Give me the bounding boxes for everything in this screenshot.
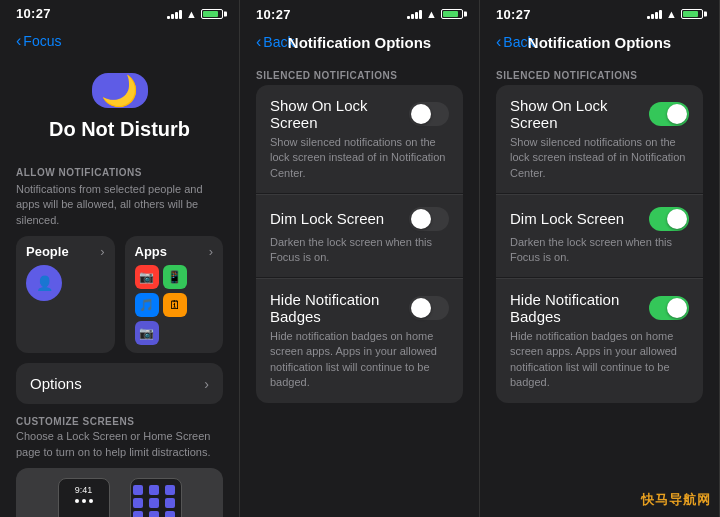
back-label-1: Focus [23, 33, 61, 49]
battery-icon-3 [681, 9, 703, 19]
app-icon-5: 📷 [135, 321, 159, 345]
toggle-row-2-3: Dim Lock Screen [510, 207, 689, 231]
back-chevron-1: ‹ [16, 33, 21, 49]
back-chevron-2: ‹ [256, 34, 261, 50]
phone-mock-lockscreen: 9:41 [58, 478, 110, 517]
toggle-desc-1-3: Show silenced notifications on the lock … [510, 135, 689, 181]
time-2: 10:27 [256, 7, 291, 22]
toggle-row-1-2: Show On Lock Screen [270, 97, 449, 131]
dnd-icon: 🌙 [92, 73, 148, 108]
signal-icon-2 [407, 9, 422, 19]
people-chevron: › [100, 244, 104, 259]
battery-icon-2 [441, 9, 463, 19]
toggle-name-3-2: Hide Notification Badges [270, 291, 409, 325]
toggle-desc-2-3: Darken the lock screen when this Focus i… [510, 235, 689, 266]
toggle-row-1-3: Show On Lock Screen [510, 97, 689, 131]
silenced-label-2: SILENCED NOTIFICATIONS [240, 62, 479, 85]
status-icons-2: ▲ [407, 8, 463, 20]
toggle-row-2-2: Dim Lock Screen [270, 207, 449, 231]
toggle-name-2-3: Dim Lock Screen [510, 210, 624, 227]
panel-notif-2: 10:27 ▲ ‹ Back Notification Options SILE… [480, 0, 720, 517]
customize-label: CUSTOMIZE SCREENS [0, 416, 239, 427]
toggle-switch-2-2[interactable] [409, 207, 449, 231]
apps-icons-row: 📷 📱 🎵 🗓 📷 [135, 265, 214, 345]
time-3: 10:27 [496, 7, 531, 22]
toggle-name-3-3: Hide Notification Badges [510, 291, 649, 325]
app-icon-3: 🎵 [135, 293, 159, 317]
panel-focus: 10:27 ▲ ‹ Focus 🌙 Do Not Disturb ALLOW N… [0, 0, 240, 517]
apps-box-header: Apps › [135, 244, 214, 259]
screen-mock-1: 9:41 Choose [58, 478, 110, 517]
toggle-name-2-2: Dim Lock Screen [270, 210, 384, 227]
wifi-icon-2: ▲ [426, 8, 437, 20]
toggle-item-badges-3: Hide Notification Badges Hide notificati… [496, 279, 703, 403]
screens-preview: 9:41 Choose [16, 468, 223, 517]
toggle-desc-1-2: Show silenced notifications on the lock … [270, 135, 449, 181]
toggle-name-1-2: Show On Lock Screen [270, 97, 409, 131]
app-icon-4: 🗓 [163, 293, 187, 317]
dnd-title: Do Not Disturb [0, 118, 239, 141]
back-button-1[interactable]: ‹ Focus [16, 33, 61, 49]
mock-dots [63, 499, 105, 503]
phone-mock-homescreen [130, 478, 182, 517]
person-avatar: 👤 [26, 265, 62, 301]
people-box[interactable]: People › 👤 [16, 236, 115, 353]
toggle-row-3-2: Hide Notification Badges [270, 291, 449, 325]
wifi-icon-1: ▲ [186, 8, 197, 20]
watermark: 快马导航网 [641, 491, 711, 509]
screen-mock-2: Choose [130, 478, 182, 517]
toggle-item-badges-2: Hide Notification Badges Hide notificati… [256, 279, 463, 403]
signal-icon-1 [167, 9, 182, 19]
allow-section-desc: Notifications from selected people and a… [0, 182, 239, 228]
status-icons-1: ▲ [167, 8, 223, 20]
people-label: People [26, 244, 69, 259]
toggle-row-3-3: Hide Notification Badges [510, 291, 689, 325]
toggle-switch-3-3[interactable] [649, 296, 689, 320]
toggle-item-dim-3: Dim Lock Screen Darken the lock screen w… [496, 195, 703, 278]
back-chevron-3: ‹ [496, 34, 501, 50]
dnd-moon-icon: 🌙 [101, 73, 138, 108]
toggle-name-1-3: Show On Lock Screen [510, 97, 649, 131]
mock-grid [131, 483, 181, 517]
toggle-desc-2-2: Darken the lock screen when this Focus i… [270, 235, 449, 266]
toggle-switch-1-3[interactable] [649, 102, 689, 126]
battery-icon-1 [201, 9, 223, 19]
people-apps-row: People › 👤 Apps › 📷 📱 🎵 🗓 📷 [0, 236, 239, 353]
status-icons-3: ▲ [647, 8, 703, 20]
options-row[interactable]: Options › [16, 363, 223, 404]
apps-box[interactable]: Apps › 📷 📱 🎵 🗓 📷 [125, 236, 224, 353]
status-bar-1: 10:27 ▲ [0, 0, 239, 25]
options-label: Options [30, 375, 82, 392]
toggle-item-show-lock-3: Show On Lock Screen Show silenced notifi… [496, 85, 703, 193]
options-chevron: › [204, 376, 209, 392]
nav-bar-2: ‹ Back Notification Options [240, 26, 479, 62]
nav-bar-1: ‹ Focus [0, 25, 239, 61]
status-bar-3: 10:27 ▲ [480, 0, 719, 26]
toggle-item-show-lock-2: Show On Lock Screen Show silenced notifi… [256, 85, 463, 193]
apps-label: Apps [135, 244, 168, 259]
allow-section-label: ALLOW NOTIFICATIONS [0, 167, 239, 178]
time-1: 10:27 [16, 6, 51, 21]
apps-chevron: › [209, 244, 213, 259]
people-box-header: People › [26, 244, 105, 259]
nav-title-3: Notification Options [528, 34, 671, 51]
status-bar-2: 10:27 ▲ [240, 0, 479, 26]
signal-icon-3 [647, 9, 662, 19]
toggle-item-dim-2: Dim Lock Screen Darken the lock screen w… [256, 195, 463, 278]
toggle-switch-1-2[interactable] [409, 102, 449, 126]
panel-notif-1: 10:27 ▲ ‹ Back Notification Options SILE… [240, 0, 480, 517]
customize-desc: Choose a Lock Screen or Home Screen page… [0, 429, 239, 460]
toggle-switch-2-3[interactable] [649, 207, 689, 231]
app-icon-2: 📱 [163, 265, 187, 289]
nav-bar-3: ‹ Back Notification Options [480, 26, 719, 62]
silenced-label-3: SILENCED NOTIFICATIONS [480, 62, 719, 85]
toggle-switch-3-2[interactable] [409, 296, 449, 320]
app-icon-1: 📷 [135, 265, 159, 289]
toggle-desc-3-3: Hide notification badges on home screen … [510, 329, 689, 391]
nav-title-2: Notification Options [288, 34, 431, 51]
toggle-desc-3-2: Hide notification badges on home screen … [270, 329, 449, 391]
mock-time: 9:41 [63, 485, 105, 495]
wifi-icon-3: ▲ [666, 8, 677, 20]
